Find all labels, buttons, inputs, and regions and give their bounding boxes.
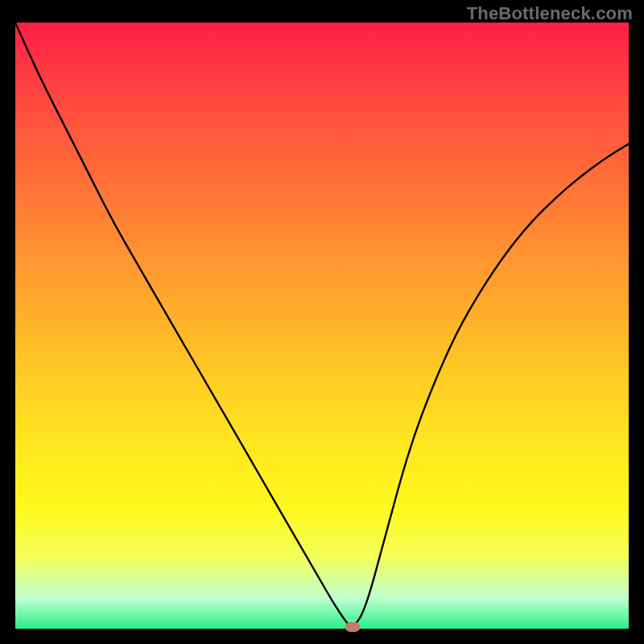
minimum-marker [345,622,360,632]
watermark-text: TheBottleneck.com [467,3,633,24]
bottleneck-curve [15,23,629,626]
plot-area [15,23,629,629]
curve-svg [15,23,629,629]
chart-frame: TheBottleneck.com [0,0,644,644]
